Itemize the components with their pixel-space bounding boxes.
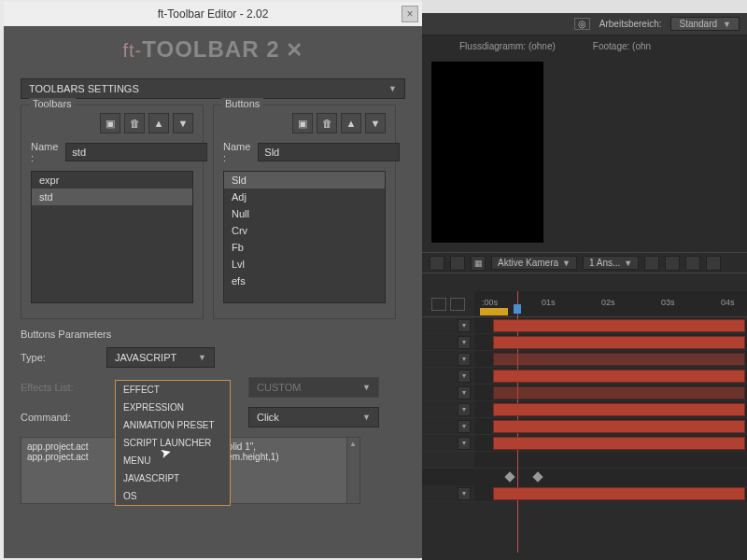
views-label: 1 Ans...	[589, 258, 620, 268]
layer-row[interactable]: ▾	[422, 485, 747, 502]
list-item[interactable]: Lvl	[224, 256, 385, 273]
chevron-down-icon[interactable]: ▾	[458, 420, 471, 433]
titlebar[interactable]: ft-Toolbar Editor - 2.02 ×	[4, 2, 422, 26]
close-icon: ×	[406, 7, 413, 21]
list-item[interactable]: Sld	[224, 172, 385, 189]
add-icon: ▣	[106, 118, 115, 130]
list-item[interactable]: Fb	[224, 239, 385, 256]
tab-flowchart[interactable]: Flussdiagramm: (ohne)	[459, 41, 556, 51]
chevron-down-icon[interactable]: ▾	[458, 386, 471, 399]
dropdown-option-menu[interactable]: MENU	[116, 452, 230, 469]
layer-row[interactable]	[422, 452, 747, 469]
layer-clip[interactable]	[493, 403, 745, 416]
layer-clip[interactable]	[493, 487, 745, 500]
add-button-button[interactable]: ▣	[292, 113, 313, 133]
views-dropdown[interactable]: 1 Ans... ▼	[583, 256, 639, 270]
list-item[interactable]: Crv	[224, 222, 385, 239]
search-icon[interactable]	[431, 298, 446, 311]
ae-comp-preview[interactable]	[431, 62, 543, 243]
grid-icon[interactable]: ▦	[471, 256, 486, 271]
scrollbar[interactable]: ▲	[346, 438, 359, 503]
ae-view-btn-5[interactable]	[685, 256, 700, 271]
add-toolbar-button[interactable]: ▣	[100, 113, 120, 133]
layer-row[interactable]: ▾	[422, 418, 747, 435]
ae-divider-strip	[422, 273, 747, 291]
list-item[interactable]: std	[32, 189, 192, 205]
move-up-button[interactable]: ▲	[341, 113, 361, 133]
list-item[interactable]: expr	[32, 172, 192, 189]
click-dropdown[interactable]: Click ▼	[248, 407, 379, 427]
layer-row[interactable]: ▾	[422, 368, 747, 385]
time-tick: 04s	[721, 298, 735, 307]
layer-clip[interactable]	[493, 353, 745, 366]
dropdown-option-script-launcher[interactable]: SCRIPT LAUNCHER	[116, 434, 230, 452]
button-name-row: Name :	[223, 141, 386, 163]
layer-row[interactable]: ▾	[422, 334, 747, 351]
dropdown-option-os[interactable]: OS	[116, 487, 230, 505]
work-area-handle[interactable]	[480, 308, 508, 315]
dropdown-option-animation-preset[interactable]: ANIMATION PRESET	[116, 416, 230, 434]
layer-clip[interactable]	[493, 370, 745, 383]
list-item[interactable]: efs	[224, 273, 385, 289]
move-down-button[interactable]: ▼	[173, 113, 193, 133]
settings-label: TOOLBARS SETTINGS	[29, 83, 139, 94]
type-value: JAVASCRIPT	[115, 352, 176, 363]
dropdown-option-javascript[interactable]: JAVASCRIPT	[116, 469, 230, 487]
layer-clip[interactable]	[493, 420, 745, 433]
button-name-input[interactable]	[258, 143, 400, 161]
ae-view-btn-1[interactable]	[430, 256, 444, 271]
ae-view-btn-2[interactable]	[450, 256, 465, 271]
panel-legend: Toolbars	[29, 98, 76, 109]
buttons-listbox[interactable]: Sld Adj Null Crv Fb Lvl efs	[223, 171, 386, 303]
time-tick: 02s	[601, 298, 615, 307]
keyframe-diamond[interactable]	[504, 471, 514, 482]
keyframe-diamond[interactable]	[532, 471, 543, 482]
ae-tool-icon: ◎	[574, 18, 590, 30]
layer-row[interactable]: ▾	[422, 385, 747, 401]
workspace-dropdown[interactable]: Standard ▼	[670, 17, 740, 31]
ae-view-btn-6[interactable]	[706, 256, 721, 271]
ae-view-btn-3[interactable]	[644, 256, 659, 271]
chevron-down-icon[interactable]: ▾	[458, 370, 471, 383]
scroll-up-icon: ▲	[349, 440, 357, 448]
toolbar-name-input[interactable]	[65, 143, 207, 161]
layer-row[interactable]: ▾	[422, 401, 747, 418]
chevron-down-icon[interactable]: ▾	[458, 403, 471, 416]
type-dropdown[interactable]: JAVASCRIPT ▼	[106, 347, 215, 368]
layer-clip[interactable]	[493, 386, 745, 399]
chevron-down-icon[interactable]: ▾	[458, 437, 471, 450]
move-up-button[interactable]: ▲	[148, 113, 169, 133]
tools-icon: ✕	[286, 38, 303, 62]
chevron-down-icon[interactable]: ▾	[458, 336, 471, 349]
toolbars-listbox[interactable]: expr std	[31, 171, 193, 303]
dropdown-option-effect[interactable]: EFFECT	[116, 381, 230, 399]
camera-dropdown[interactable]: Aktive Kamera ▼	[491, 256, 577, 270]
effects-label: Effects List:	[21, 382, 99, 393]
chevron-down-icon[interactable]: ▾	[458, 353, 471, 366]
ae-view-btn-4[interactable]	[665, 256, 680, 271]
logo-text: TOOLBAR 2	[142, 36, 279, 62]
chevron-down-icon[interactable]: ▾	[458, 487, 471, 500]
move-down-button[interactable]: ▼	[365, 113, 386, 133]
layer-clip[interactable]	[493, 437, 745, 450]
layer-clip[interactable]	[493, 319, 745, 332]
ae-titlebar	[422, 0, 747, 13]
layer-row[interactable]: ▾	[422, 435, 747, 452]
list-item[interactable]: Adj	[224, 189, 385, 205]
layer-row[interactable]: ▾	[422, 317, 747, 334]
custom-dropdown[interactable]: CUSTOM ▼	[248, 377, 379, 398]
keyframe-row	[422, 469, 747, 485]
delete-button-button[interactable]: 🗑	[317, 113, 337, 133]
chevron-down-icon[interactable]: ▾	[458, 319, 471, 332]
toolbars-settings-dropdown[interactable]: TOOLBARS SETTINGS ▼	[21, 78, 405, 99]
dropdown-option-expression[interactable]: EXPRESSION	[116, 399, 230, 416]
close-button[interactable]: ×	[402, 6, 418, 22]
list-item[interactable]: Null	[224, 205, 385, 222]
layer-switch-icon[interactable]	[450, 298, 465, 311]
layer-clip[interactable]	[493, 336, 745, 349]
layer-row[interactable]: ▾	[422, 351, 747, 368]
time-ruler[interactable]: :00s 01s 02s 03s 04s	[474, 291, 747, 316]
tab-footage[interactable]: Footage: (ohn	[593, 41, 651, 51]
delete-toolbar-button[interactable]: 🗑	[124, 113, 145, 133]
logo: ft-TOOLBAR 2✕	[122, 36, 303, 63]
